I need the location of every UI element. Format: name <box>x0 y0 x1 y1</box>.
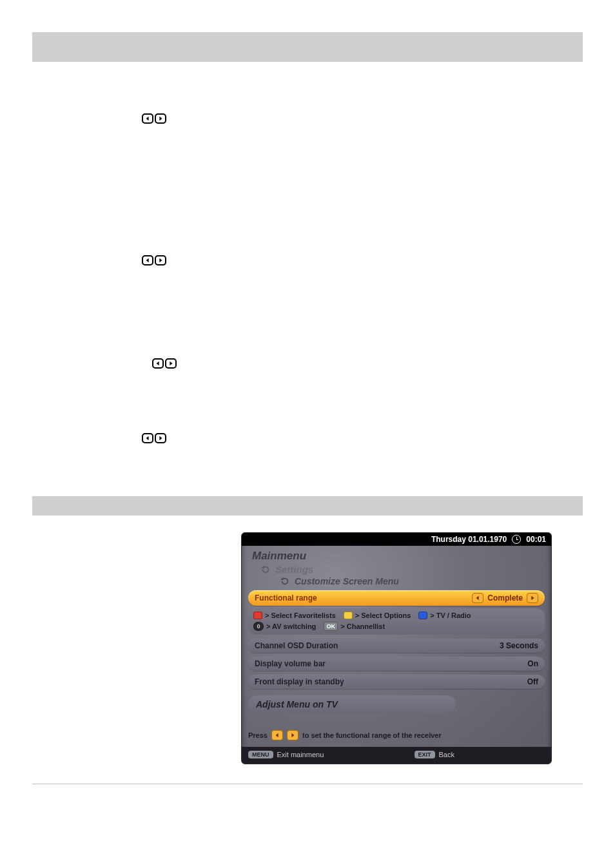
section-heading-bar-1 <box>32 32 583 62</box>
left-arrow-icon <box>142 113 153 124</box>
hint-blue: > TV / Radio <box>418 612 471 619</box>
left-right-icons-1 <box>142 113 583 124</box>
row-value: On <box>527 659 538 668</box>
osd-subsection-adjust-menu[interactable]: Adjust Menu on TV <box>248 695 456 713</box>
breadcrumb-arrow-icon <box>280 577 289 586</box>
subsection-label: Adjust Menu on TV <box>256 699 338 709</box>
menu-button-icon: MENU <box>248 751 273 758</box>
section-heading-bar-2 <box>32 496 583 516</box>
footer-menu-label: Exit mainmenu <box>277 751 324 758</box>
osd-screenshot: Thursday 01.01.1970 00:01 Mainmenu Setti… <box>241 532 552 764</box>
osd-breadcrumb: Mainmenu Settings Customize Screen Menu <box>242 546 551 586</box>
yellow-button-icon <box>344 612 353 619</box>
hint-yellow: > Select Options <box>344 612 411 619</box>
footer-exit: EXIT Back <box>415 751 454 758</box>
right-arrow-icon <box>155 113 166 124</box>
osd-help-line: Press to set the functional range of the… <box>248 730 545 740</box>
footer-menu: MENU Exit mainmenu <box>248 751 324 758</box>
hint-zero: 0 > AV switching <box>253 622 316 631</box>
left-arrow-icon <box>152 358 164 369</box>
breadcrumb-l2-label: Settings <box>275 564 313 575</box>
row-label: Display volume bar <box>255 659 326 668</box>
row-label: Front display in standby <box>255 677 344 686</box>
breadcrumb-l3: Customize Screen Menu <box>280 576 541 586</box>
left-arrow-icon[interactable] <box>472 593 483 603</box>
hint-label: > TV / Radio <box>430 612 471 619</box>
osd-row-functional-range[interactable]: Functional range Complete <box>248 590 545 606</box>
breadcrumb-l2: Settings <box>261 564 541 575</box>
ok-button-icon: OK <box>324 622 338 631</box>
hint-red: > Select Favoritelists <box>253 612 336 619</box>
hint-label: > Select Options <box>355 612 411 619</box>
right-arrow-icon[interactable] <box>527 593 538 603</box>
osd-time: 00:01 <box>526 535 546 544</box>
help-suffix: to set the functional range of the recei… <box>302 731 442 739</box>
left-right-icons-4 <box>142 433 583 443</box>
breadcrumb-l1: Mainmenu <box>252 550 541 563</box>
zero-button-icon: 0 <box>253 622 264 631</box>
footer-exit-label: Back <box>439 751 454 758</box>
clock-icon <box>512 535 521 544</box>
breadcrumb-l1-label: Mainmenu <box>252 550 306 563</box>
osd-footer: MENU Exit mainmenu EXIT Back <box>242 747 551 764</box>
row-label: Functional range <box>255 593 317 603</box>
right-arrow-icon <box>165 358 177 369</box>
right-arrow-icon <box>155 255 166 265</box>
osd-row-display-volume-bar[interactable]: Display volume bar On <box>248 657 545 671</box>
right-arrow-icon <box>155 433 166 443</box>
row-value: Off <box>527 677 538 686</box>
osd-row-channel-osd-duration[interactable]: Channel OSD Duration 3 Seconds <box>248 639 545 653</box>
left-right-icons-3 <box>152 358 583 369</box>
osd-hints-panel: > Select Favoritelists > Select Options … <box>248 608 545 635</box>
row-value: Complete <box>487 593 523 603</box>
breadcrumb-l3-label: Customize Screen Menu <box>295 576 399 586</box>
left-arrow-icon <box>142 433 153 443</box>
page-divider <box>32 784 583 784</box>
hint-label: > Channellist <box>340 622 385 630</box>
red-button-icon <box>253 612 262 619</box>
blue-button-icon <box>418 612 427 619</box>
hint-ok: OK > Channellist <box>324 622 385 631</box>
left-arrow-icon <box>271 730 283 740</box>
exit-button-icon: EXIT <box>415 751 435 758</box>
osd-topbar: Thursday 01.01.1970 00:01 <box>242 533 551 546</box>
osd-row-front-display-standby[interactable]: Front display in standby Off <box>248 675 545 689</box>
row-label: Channel OSD Duration <box>255 641 338 650</box>
right-arrow-icon <box>287 730 298 740</box>
left-right-icons-2 <box>142 255 583 265</box>
hint-label: > Select Favoritelists <box>265 612 336 619</box>
osd-date: Thursday 01.01.1970 <box>431 535 507 544</box>
hint-label: > AV switching <box>266 622 316 630</box>
help-prefix: Press <box>248 731 268 739</box>
breadcrumb-arrow-icon <box>261 565 270 574</box>
left-arrow-icon <box>142 255 153 265</box>
row-value: 3 Seconds <box>500 641 538 650</box>
